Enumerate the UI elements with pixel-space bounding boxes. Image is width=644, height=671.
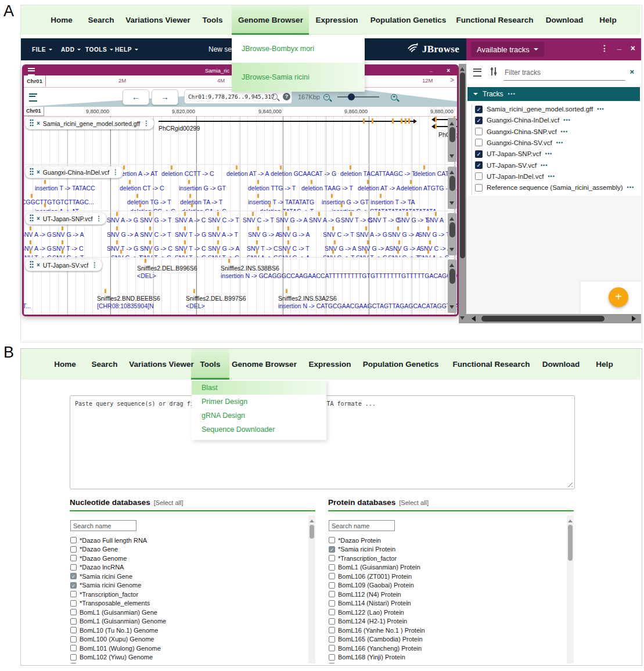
sort-connections-icon[interactable]	[490, 66, 498, 79]
nav-item-functional-research[interactable]: Functional Research	[453, 349, 530, 380]
track-item-menu-icon[interactable]: •••	[541, 163, 548, 168]
scrollbar-thumb[interactable]	[449, 269, 455, 284]
checkbox-unchecked[interactable]	[70, 546, 77, 553]
track-mini-scrollbar[interactable]	[448, 118, 456, 162]
track-item-menu-icon[interactable]: •••	[545, 151, 552, 157]
horizontal-scrollbar[interactable]	[466, 314, 641, 323]
close-track-icon[interactable]: ×	[37, 262, 40, 268]
drag-handle-icon[interactable]	[30, 119, 34, 128]
hamburger-menu-icon[interactable]	[28, 68, 35, 75]
db-row-boml100-xupu-genome[interactable]: BomL100 (Xupu) Genome	[70, 636, 154, 643]
track-item-menu-icon[interactable]: •••	[563, 117, 570, 123]
track-list-row-ut-japan-snp-vcf[interactable]: ✓UT-Japan-SNP.vcf•••	[475, 149, 552, 158]
drag-handle-icon[interactable]	[30, 261, 34, 269]
db-row-dazao-protein[interactable]: *Dazao Protein	[329, 536, 381, 544]
scroll-up-arrow[interactable]	[449, 215, 454, 221]
db-row-boml166-yancheng-protein[interactable]: BomL166 (Yancheng) Protein	[329, 644, 422, 652]
track-kebab-icon[interactable]: ⋮	[91, 261, 98, 269]
view-close-icon[interactable]: ×	[447, 67, 450, 74]
nav-item-population-genetics[interactable]: Population Genetics	[363, 349, 439, 380]
db-row-dazao-full-length-rna[interactable]: *Dazao Full length RNA	[70, 536, 147, 544]
checkbox-unchecked[interactable]	[70, 627, 77, 633]
nav-item-tools[interactable]: Tools	[200, 349, 221, 380]
collapse-caret-icon[interactable]	[473, 93, 478, 98]
db-row-boml122-lao-protein[interactable]: BomL122 (Lao) Protein	[329, 608, 404, 616]
nav-item-expression[interactable]: Expression	[309, 349, 351, 380]
checkbox-unchecked[interactable]	[70, 600, 77, 607]
filter-tracks-input[interactable]	[503, 65, 625, 81]
track-list-row-samia-ricini-gene-model-sorted-gff[interactable]: ✓Samia_ricini_gene_model.sorted.gff•••	[475, 104, 605, 114]
scroll-down-arrow[interactable]	[449, 201, 454, 207]
nav-item-help[interactable]: Help	[599, 5, 616, 35]
track-list-row-guangxi-china-indel-vcf[interactable]: ✓Guangxi-China-InDel.vcf•••	[475, 116, 571, 125]
scroll-right-arrow[interactable]	[632, 316, 639, 322]
drag-handle-icon[interactable]	[30, 168, 34, 176]
track-list-row-ut-japan-indel-vcf[interactable]: UT-Japan-InDel.vcf•••	[475, 172, 555, 181]
checkbox-unchecked[interactable]	[329, 609, 335, 615]
nav-item-tools[interactable]: Tools	[203, 5, 223, 35]
checkbox-unchecked[interactable]	[70, 609, 77, 615]
track-item-menu-icon[interactable]: •••	[597, 106, 604, 112]
db-row-boml109-gaobai-protein[interactable]: BomL109 (Gaobai) Protein	[329, 582, 414, 589]
db-row-boml104-guanghuawuji-genome[interactable]: BomL104 (Guanghuawuji) Genome	[70, 662, 180, 663]
dropdown-item-jbrowse-samia-ricini[interactable]: JBrowse-Samia ricini	[232, 63, 365, 92]
scrollbar-thumb[interactable]	[481, 316, 605, 322]
minimize-icon[interactable]: _	[617, 42, 621, 50]
scrollbar-thumb[interactable]	[460, 73, 465, 258]
scroll-left-arrow[interactable]	[469, 316, 476, 322]
checkbox-unchecked[interactable]	[329, 618, 335, 625]
checkbox-unchecked[interactable]	[329, 654, 335, 661]
section-menu-icon[interactable]: •••	[508, 91, 516, 97]
db-row-boml1-guisanmian-gene[interactable]: BomL1 (Guisanmian) Gene	[70, 608, 157, 616]
track-item-menu-icon[interactable]: •••	[561, 129, 568, 135]
scroll-up-arrow[interactable]	[449, 261, 454, 267]
protein-search-input[interactable]	[329, 520, 395, 531]
checkbox-unchecked[interactable]	[475, 184, 483, 192]
checkbox-unchecked[interactable]	[70, 654, 77, 661]
dropdown-item-primer-design[interactable]: Primer Design	[192, 395, 326, 409]
checkbox-checked[interactable]: ✓	[475, 161, 483, 169]
dropdown-item-blast[interactable]: Blast	[192, 381, 326, 395]
available-tracks-button[interactable]: Available tracks	[471, 42, 544, 57]
track-kebab-icon[interactable]: ⋮	[112, 168, 118, 176]
view-minimize-icon[interactable]: _	[430, 67, 433, 73]
db-row-transposable-elements[interactable]: *Transposable_elements	[70, 600, 150, 607]
vertical-scrollbar[interactable]	[459, 64, 466, 323]
appbar-menu-add[interactable]: ADD	[61, 38, 81, 60]
nav-item-download[interactable]: Download	[546, 5, 584, 35]
checkbox-unchecked[interactable]	[70, 618, 77, 625]
db-row-samia-ricini-genome[interactable]: ✓*Samia ricini Genome	[70, 582, 141, 589]
db-row-boml16-yanhe-no-1-protein[interactable]: BomL16 (Yanhe No.1 ) Protein	[329, 626, 425, 634]
db-row-boml101-wulong-genome[interactable]: BomL101 (Wulong) Genome	[70, 644, 161, 652]
scroll-down-arrow[interactable]	[449, 305, 454, 311]
checkbox-unchecked[interactable]	[70, 645, 77, 651]
nav-item-help[interactable]: Help	[596, 349, 613, 380]
db-row-dazao-lncrna[interactable]: *Dazao lncRNA	[70, 564, 124, 571]
checkbox-checked[interactable]: ✓	[329, 546, 335, 553]
checkbox-checked[interactable]: ✓	[70, 582, 77, 589]
checkbox-unchecked[interactable]	[70, 537, 77, 543]
nav-item-home[interactable]: Home	[51, 5, 73, 35]
track-item-menu-icon[interactable]: •••	[627, 185, 634, 190]
checkbox-checked[interactable]: ✓	[475, 106, 483, 113]
checkbox-unchecked[interactable]	[70, 591, 77, 597]
db-row-dazao-gene[interactable]: *Dazao Gene	[70, 546, 118, 553]
zoom-out-icon[interactable]: −	[323, 94, 330, 100]
dropdown-item-jbrowse-bombyx-mori[interactable]: JBrowse-Bombyx mori	[232, 35, 365, 63]
zoom-in-icon[interactable]: +	[391, 94, 397, 100]
track-list-row-reference-sequence-samia-ricini-assembly[interactable]: Reference sequence (Samia_ricini_assembl…	[475, 183, 634, 192]
nav-item-population-genetics[interactable]: Population Genetics	[370, 5, 447, 35]
close-track-icon[interactable]: ×	[37, 120, 40, 127]
nav-item-home[interactable]: Home	[54, 349, 76, 380]
track-item-menu-icon[interactable]: •••	[548, 174, 555, 179]
checkbox-checked[interactable]: ✓	[475, 150, 483, 158]
close-track-icon[interactable]: ×	[37, 169, 40, 175]
pan-right-button[interactable]: →	[152, 89, 178, 105]
kebab-menu-icon[interactable]: ⋮	[600, 44, 609, 53]
zoom-slider[interactable]	[337, 96, 379, 98]
track-mini-scrollbar[interactable]	[448, 167, 456, 209]
overview-next-chevron[interactable]: >	[450, 76, 454, 84]
nav-item-search[interactable]: Search	[88, 5, 114, 35]
checkbox-unchecked[interactable]	[329, 636, 335, 643]
db-row-boml168-yinji-protein[interactable]: BomL168 (Yinji) Protein	[329, 654, 405, 661]
